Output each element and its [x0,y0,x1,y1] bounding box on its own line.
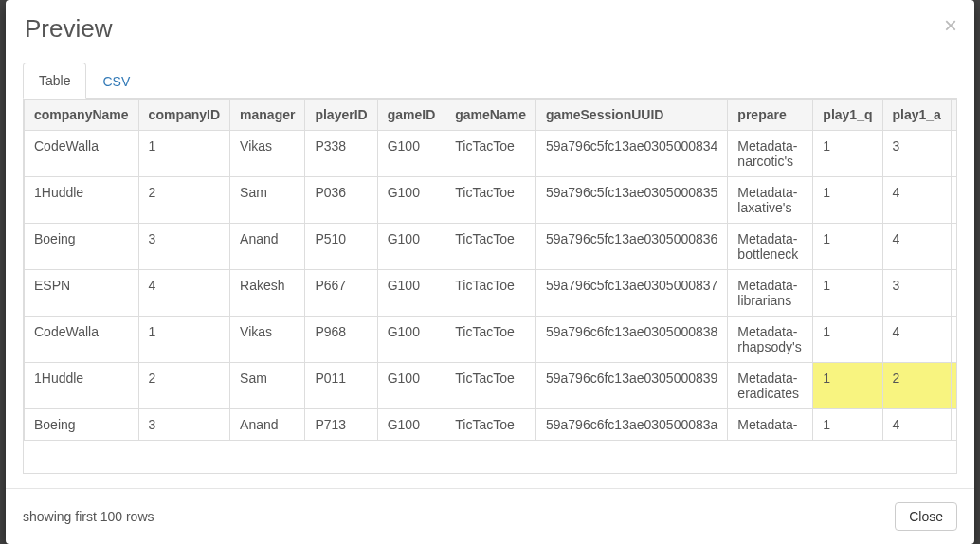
cell-gameName: TicTacToe [445,317,536,363]
row-count-text: showing first 100 rows [23,509,154,524]
cell-gameID: G100 [377,224,445,270]
cell-manager: Rakesh [230,270,305,317]
cell-play1_q: 1 [813,409,882,441]
cell-manager: Vikas [230,131,305,177]
cell-gameName: TicTacToe [445,409,536,441]
cell-play1_is: false [951,224,957,270]
cell-gameSessionUUID: 59a796c5fc13ae0305000837 [535,270,727,317]
cell-companyName: 1Huddle [25,177,139,224]
table-header-row: companyNamecompanyIDmanagerplayerIDgameI… [25,100,958,131]
cell-manager: Anand [230,224,305,270]
cell-playerID: P036 [305,177,377,224]
cell-manager: Vikas [230,317,305,363]
modal-body: Table CSV companyNamecompanyIDmanagerpla… [6,53,974,488]
cell-gameName: TicTacToe [445,224,536,270]
cell-gameID: G100 [377,131,445,177]
table-row: CodeWalla1VikasP338G100TicTacToe59a796c5… [25,131,958,177]
cell-prepare: Metadata-bottleneck [728,224,813,270]
tab-bar: Table CSV [23,63,957,99]
cell-play1_q: 1 [813,317,882,363]
column-header-manager: manager [230,100,305,131]
column-header-play1_a: play1_a [882,100,951,131]
cell-play1_is: false [951,177,957,224]
cell-play1_is: false [951,317,957,363]
table-row: Boeing3AnandP510G100TicTacToe59a796c5fc1… [25,224,958,270]
cell-gameSessionUUID: 59a796c6fc13ae030500083a [535,409,727,441]
table-row: Boeing3AnandP713G100TicTacToe59a796c6fc1… [25,409,958,441]
cell-prepare: Metadata-eradicates [728,363,813,409]
column-header-playerID: playerID [305,100,377,131]
cell-companyID: 2 [138,363,229,409]
cell-prepare: Metadata-rhapsody's [728,317,813,363]
modal-title: Preview [25,14,955,44]
cell-play1_a: 2 [882,363,951,409]
column-header-companyID: companyID [138,100,229,131]
cell-prepare: Metadata-narcotic's [728,131,813,177]
cell-prepare: Metadata-laxative's [728,177,813,224]
cell-playerID: P338 [305,131,377,177]
cell-companyID: 3 [138,224,229,270]
cell-gameSessionUUID: 59a796c6fc13ae0305000838 [535,317,727,363]
cell-playerID: P011 [305,363,377,409]
close-button[interactable]: Close [895,502,957,531]
cell-companyName: CodeWalla [25,131,139,177]
cell-gameID: G100 [377,363,445,409]
column-header-gameSessionUUID: gameSessionUUID [535,100,727,131]
cell-prepare: Metadata- [728,409,813,441]
cell-playerID: P968 [305,317,377,363]
table-header: companyNamecompanyIDmanagerplayerIDgameI… [25,100,958,131]
cell-play1_q: 1 [813,363,882,409]
cell-prepare: Metadata-librarians [728,270,813,317]
cell-manager: Sam [230,177,305,224]
cell-gameID: G100 [377,177,445,224]
cell-companyName: Boeing [25,409,139,441]
cell-play1_a: 4 [882,177,951,224]
cell-companyName: CodeWalla [25,317,139,363]
cell-gameName: TicTacToe [445,177,536,224]
cell-companyID: 4 [138,270,229,317]
cell-play1_q: 1 [813,224,882,270]
cell-play1_a: 4 [882,224,951,270]
close-icon[interactable]: × [944,14,957,37]
table-scroll-container[interactable]: companyNamecompanyIDmanagerplayerIDgameI… [23,99,957,474]
table-body: CodeWalla1VikasP338G100TicTacToe59a796c5… [25,131,958,441]
column-header-play1_q: play1_q [813,100,882,131]
cell-companyName: Boeing [25,224,139,270]
preview-modal: Preview × Table CSV companyNamecompanyID… [6,0,974,544]
cell-play1_a: 4 [882,409,951,441]
column-header-companyName: companyName [25,100,139,131]
table-row: 1Huddle2SamP011G100TicTacToe59a796c6fc13… [25,363,958,409]
cell-gameID: G100 [377,317,445,363]
data-table: companyNamecompanyIDmanagerplayerIDgameI… [24,99,957,441]
cell-gameSessionUUID: 59a796c5fc13ae0305000836 [535,224,727,270]
cell-play1_q: 1 [813,131,882,177]
cell-play1_a: 4 [882,317,951,363]
column-header-gameName: gameName [445,100,536,131]
cell-play1_q: 1 [813,270,882,317]
tab-csv[interactable]: CSV [86,63,146,99]
tab-table[interactable]: Table [23,63,86,99]
cell-play1_is: false [951,409,957,441]
cell-gameSessionUUID: 59a796c5fc13ae0305000834 [535,131,727,177]
cell-play1_a: 3 [882,131,951,177]
cell-gameID: G100 [377,270,445,317]
cell-play1_q: 1 [813,177,882,224]
column-header-gameID: gameID [377,100,445,131]
cell-gameName: TicTacToe [445,131,536,177]
cell-gameName: TicTacToe [445,270,536,317]
cell-gameName: TicTacToe [445,363,536,409]
cell-play1_a: 3 [882,270,951,317]
column-header-prepare: prepare [728,100,813,131]
cell-companyID: 3 [138,409,229,441]
cell-companyID: 2 [138,177,229,224]
cell-gameSessionUUID: 59a796c6fc13ae0305000839 [535,363,727,409]
cell-gameSessionUUID: 59a796c5fc13ae0305000835 [535,177,727,224]
cell-play1_is: false [951,363,957,409]
cell-manager: Anand [230,409,305,441]
column-header-play1_is: play1_is [951,100,957,131]
cell-manager: Sam [230,363,305,409]
cell-companyName: 1Huddle [25,363,139,409]
cell-gameID: G100 [377,409,445,441]
table-row: ESPN4RakeshP667G100TicTacToe59a796c5fc13… [25,270,958,317]
cell-playerID: P667 [305,270,377,317]
